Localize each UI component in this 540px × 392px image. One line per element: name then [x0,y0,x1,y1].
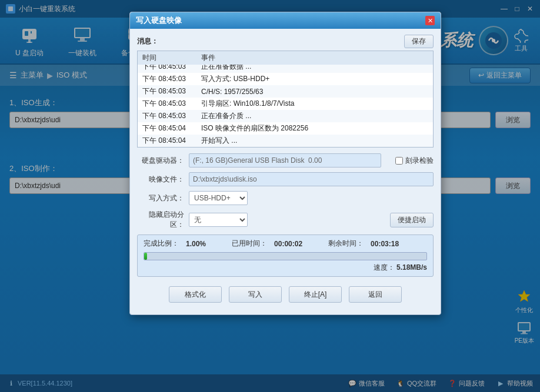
write-mode-label: 写入方式： [137,193,184,203]
modal-close-button[interactable]: ✕ [425,16,435,25]
log-time: 下午 08:45:03 [138,85,196,98]
modal-footer: 格式化 写入 终止[A] 返回 [137,282,434,309]
log-time: 下午 08:45:03 [138,73,196,85]
modal-title: 写入硬盘映像 [136,15,182,26]
disk-drive-label: 硬盘驱动器： [137,156,184,166]
progress-info-row: 完成比例： 1.00% 已用时间： 00:00:02 剩余时间： 00:03:1… [144,239,427,249]
col-time: 时间 [138,51,196,65]
elapsed-label: 已用时间： [232,239,267,249]
speed-label: 速度： [374,263,395,272]
modal-body: 消息： 保存 时间 事件 下午 08:44:54(F:, 16 GB)Gener… [130,29,441,314]
verify-label: 刻录检验 [405,156,434,166]
image-file-input[interactable] [189,172,434,186]
remaining-label: 剩余时间： [328,239,364,249]
image-file-row: 映像文件： [137,172,434,186]
verify-checkbox[interactable] [395,157,403,165]
log-time: 下午 08:45:04 [138,135,196,147]
log-table-wrapper: 时间 事件 下午 08:44:54(F:, 16 GB)General USB … [137,51,434,148]
progress-bar-fill [144,253,147,260]
log-time: 下午 08:45:03 [138,110,196,122]
modal-title-bar: 写入硬盘映像 ✕ [130,12,441,29]
log-event: 开始写入 ... [196,135,433,147]
quick-start-button[interactable]: 便捷启动 [390,213,434,227]
log-row: 下午 08:45:04开始写入 ... [138,135,433,147]
col-event: 事件 [196,51,433,65]
disk-drive-input[interactable] [189,153,381,167]
speed-row: 速度： 5.18MB/s [144,263,427,273]
save-log-button[interactable]: 保存 [404,35,434,48]
verify-checkbox-label[interactable]: 刻录检验 [395,156,434,166]
progress-value: 1.00% [186,240,206,248]
log-row: 下午 08:45:03C/H/S: 1957/255/63 [138,85,433,98]
messages-header: 消息： 保存 [137,35,434,48]
remaining-value: 00:03:18 [371,240,399,248]
progress-section: 完成比例： 1.00% 已用时间： 00:00:02 剩余时间： 00:03:1… [137,234,434,277]
modal-overlay: 写入硬盘映像 ✕ 消息： 保存 时间 事件 下午 08 [0,0,540,392]
progress-label: 完成比例： [144,239,179,249]
log-event: C/H/S: 1957/255/63 [196,85,433,98]
progress-bar-bg [144,252,427,260]
modal-back-button[interactable]: 返回 [349,286,402,303]
write-mode-select[interactable]: USB-HDD+ USB-ZIP+ USB-FDD [189,191,248,205]
log-row: 下午 08:45:03正在准备介质 ... [138,110,433,122]
log-event: ISO 映像文件的扇区数为 2082256 [196,122,433,135]
hidden-partition-label: 隐藏启动分区： [137,210,184,230]
log-row: 下午 08:45:03引导扇区: Win10/8.1/8/7/Vista [138,98,433,110]
image-file-label: 映像文件： [137,175,184,185]
write-disk-modal: 写入硬盘映像 ✕ 消息： 保存 时间 事件 下午 08 [129,12,441,315]
speed-value: 5.18MB/s [396,263,427,272]
messages-label: 消息： [137,36,158,46]
log-event: 引导扇区: Win10/8.1/8/7/Vista [196,98,433,110]
log-row: 下午 08:45:03写入方式: USB-HDD+ [138,73,433,85]
hidden-partition-select[interactable]: 无 自动 [189,213,248,227]
hidden-partition-row: 隐藏启动分区： 无 自动 便捷启动 [137,210,434,230]
log-event: 正在准备介质 ... [196,110,433,122]
log-time: 下午 08:45:04 [138,122,196,135]
disk-drive-row: 硬盘驱动器： 刻录检验 [137,153,434,167]
format-button[interactable]: 格式化 [169,286,222,303]
log-row: 下午 08:45:04ISO 映像文件的扇区数为 2082256 [138,122,433,135]
write-mode-row: 写入方式： USB-HDD+ USB-ZIP+ USB-FDD [137,191,434,205]
write-button[interactable]: 写入 [229,286,282,303]
log-event: 写入方式: USB-HDD+ [196,73,433,85]
elapsed-value: 00:00:02 [274,240,302,248]
log-table: 时间 事件 下午 08:44:54(F:, 16 GB)General USB … [138,51,433,147]
log-time: 下午 08:45:03 [138,98,196,110]
stop-button[interactable]: 终止[A] [289,286,342,303]
